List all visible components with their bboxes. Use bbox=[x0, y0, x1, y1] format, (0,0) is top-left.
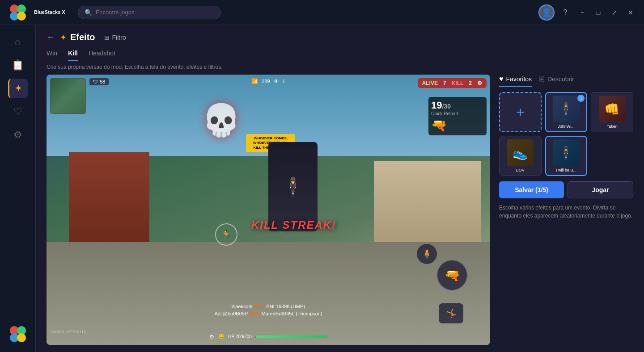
hp-bar: ⛑ 😊 HP 200/200 bbox=[210, 334, 327, 339]
search-icon: 🔍 bbox=[85, 9, 92, 16]
svg-point-7 bbox=[17, 333, 26, 342]
kill-feed-line-1: lhaeksdht KILL BNL16398 (UMP) bbox=[214, 304, 322, 309]
weapon-icon: 🔫 bbox=[431, 118, 484, 133]
right-panel: ♥ Favoritos ⊞ Descobrir + bbox=[499, 75, 633, 345]
page-header: ← ✦ Efeito ⊞ Filtro bbox=[36, 25, 644, 46]
game-preview: 🛡 58 📶 289 👁 1 A bbox=[47, 75, 490, 345]
hp-fill bbox=[255, 335, 327, 338]
bov-label: BOV bbox=[516, 168, 525, 172]
app-name: BlueStacks X bbox=[34, 9, 65, 15]
svg-point-3 bbox=[17, 12, 26, 21]
minimize-button[interactable]: − bbox=[576, 6, 589, 19]
effect-card-iwillbe[interactable]: 🕴 I will be B... bbox=[545, 136, 588, 176]
character-overlay: 🕴 bbox=[268, 142, 318, 231]
user-avatar[interactable]: 👤 bbox=[538, 4, 555, 21]
prone-button[interactable]: 🤸 bbox=[439, 303, 463, 323]
attack-button[interactable]: 🔫 bbox=[436, 260, 468, 291]
tab-headshot[interactable]: Headshot bbox=[89, 50, 115, 61]
close-button[interactable]: ✕ bbox=[624, 6, 637, 19]
effects-grid: + 🕴 JohnWi... 1 👊 bbox=[499, 92, 633, 176]
kill-streak-text: KILL STREAK! bbox=[251, 219, 336, 231]
iwillbe-image: 🕴 bbox=[553, 139, 580, 166]
hp-label: HP 200/200 bbox=[228, 334, 252, 339]
back-button[interactable]: ← bbox=[47, 33, 55, 42]
titlebar-controls: 👤 ? − □ ⤢ ✕ bbox=[538, 4, 637, 21]
signal-value: 289 bbox=[262, 79, 270, 84]
filter-label: Filtro bbox=[112, 34, 126, 41]
eye-count: 1 bbox=[283, 79, 285, 84]
game-canvas: 🛡 58 📶 289 👁 1 A bbox=[47, 75, 490, 345]
wifi-icon: 📶 bbox=[251, 78, 258, 84]
bluestacks-logo-bottom bbox=[7, 323, 29, 345]
panel-tab-favorites[interactable]: ♥ Favoritos bbox=[499, 75, 532, 87]
taken-label: Taken bbox=[607, 124, 618, 129]
sidebar-item-settings[interactable]: ⚙ bbox=[8, 125, 28, 145]
game-overlay: 🛡 58 📶 289 👁 1 A bbox=[47, 75, 490, 345]
content-area: ← ✦ Efeito ⊞ Filtro Win Kill Headshot Cr… bbox=[36, 25, 644, 352]
hud-status: ALIVE 7 KILL 2 ⚙ bbox=[418, 78, 487, 88]
favorites-label: Favoritos bbox=[506, 75, 532, 83]
heart-icon: ♡ bbox=[13, 106, 22, 117]
main-layout: ⌂ 📋 ✦ ♡ ⚙ ← ✦ E bbox=[0, 25, 644, 352]
jump-button[interactable]: 🧍 bbox=[417, 244, 437, 264]
sidebar-item-favorites[interactable]: ♡ bbox=[8, 102, 28, 122]
settings-icon: ⚙ bbox=[13, 129, 22, 141]
ammo-count: 19/30 bbox=[431, 100, 484, 111]
effect-card-bov[interactable]: 👟 BOV bbox=[499, 136, 542, 176]
sidebar-item-home[interactable]: ⌂ bbox=[8, 32, 28, 52]
tab-win[interactable]: Win bbox=[47, 50, 57, 61]
effect-card-taken[interactable]: 👊 Taken bbox=[591, 92, 633, 132]
alive-label: ALIVE bbox=[422, 80, 438, 86]
hp-icon: ⛑ bbox=[210, 334, 215, 339]
hud-wifi: 📶 289 👁 1 bbox=[251, 78, 285, 84]
page-description: Crie sua própria versão do mod. Escolha … bbox=[36, 61, 644, 75]
maximize-button[interactable]: □ bbox=[592, 6, 605, 19]
add-effect-button[interactable]: + bbox=[499, 92, 542, 132]
shield-icon: 🛡 bbox=[93, 79, 98, 84]
filter-button[interactable]: ⊞ Filtro bbox=[104, 34, 126, 41]
effect-card-johnwick[interactable]: 🕴 JohnWi... 1 bbox=[545, 92, 588, 132]
johnwick-image: 🕴 bbox=[553, 96, 580, 122]
restore-button[interactable]: ⤢ bbox=[608, 6, 621, 19]
left-sidebar: ⌂ 📋 ✦ ♡ ⚙ bbox=[0, 25, 36, 352]
iwillbe-label: I will be B... bbox=[556, 168, 576, 172]
kill-feed-line-2: Adil@bo0B05P KILL MurenBr4B45L (Thompson… bbox=[214, 311, 322, 316]
skull-effect: 💀 bbox=[202, 102, 241, 138]
panel-tab-discover[interactable]: ⊞ Descobrir bbox=[539, 75, 574, 87]
gear-icon-hud: ⚙ bbox=[477, 80, 482, 86]
sidebar-item-mods[interactable]: ✦ bbox=[8, 79, 28, 98]
heart-tab-icon: ♥ bbox=[499, 75, 504, 83]
library-icon: 📋 bbox=[12, 59, 24, 71]
eye-icon: 👁 bbox=[274, 78, 279, 84]
star-icon: ✦ bbox=[14, 83, 22, 94]
johnwick-label: JohnWi... bbox=[558, 124, 575, 129]
kill-count-hud: 2 bbox=[469, 80, 472, 86]
action-buttons: Salvar (1/5) Jogar bbox=[499, 181, 633, 198]
play-button[interactable]: Jogar bbox=[568, 181, 633, 198]
kill-label-hud: KILL bbox=[452, 80, 464, 86]
save-button[interactable]: Salvar (1/5) bbox=[499, 181, 564, 198]
search-bar[interactable]: 🔍 bbox=[78, 6, 221, 19]
shield-value: 58 bbox=[100, 79, 105, 84]
hp-bar-inner bbox=[255, 335, 327, 338]
tab-kill[interactable]: Kill bbox=[68, 50, 78, 61]
discover-label: Descobrir bbox=[547, 75, 574, 83]
page-title: Efeito bbox=[70, 32, 95, 42]
search-input[interactable] bbox=[96, 9, 214, 16]
help-button[interactable]: ? bbox=[558, 5, 572, 20]
ammo-type: Quick Reload bbox=[431, 111, 484, 116]
filter-icon: ⊞ bbox=[104, 34, 110, 41]
weapon-panel: 19/30 Quick Reload 🔫 bbox=[428, 97, 487, 135]
sidebar-item-library[interactable]: 📋 bbox=[8, 55, 28, 75]
taken-image: 👊 bbox=[599, 96, 626, 122]
hud-shield: 🛡 58 bbox=[89, 78, 109, 85]
app-logo bbox=[7, 2, 29, 23]
tabs-row: Win Kill Headshot bbox=[36, 46, 644, 61]
page-title-icon: ✦ bbox=[60, 33, 67, 42]
hp-icon2: 😊 bbox=[218, 334, 225, 339]
two-col-layout: 🛡 58 📶 289 👁 1 A bbox=[36, 75, 644, 352]
page-title-row: ✦ Efeito bbox=[60, 32, 95, 42]
panel-description: Escolha vários efeitos para um evento. D… bbox=[499, 204, 633, 220]
home-icon: ⌂ bbox=[15, 36, 21, 48]
titlebar: BlueStacks X 🔍 👤 ? − □ ⤢ ✕ bbox=[0, 0, 644, 25]
